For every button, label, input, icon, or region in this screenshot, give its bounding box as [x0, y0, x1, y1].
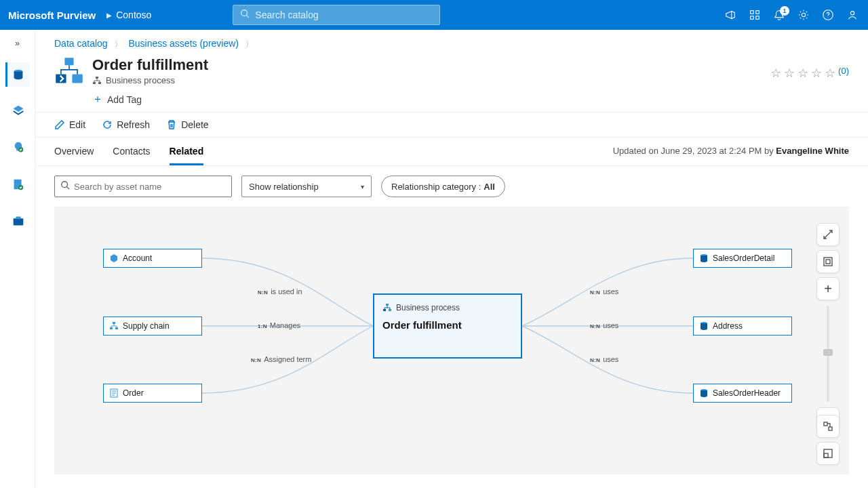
tab-related[interactable]: Related	[170, 146, 204, 165]
svg-rect-1	[751, 11, 754, 14]
notifications-icon[interactable]: 1	[772, 7, 787, 22]
refresh-button[interactable]: Refresh	[102, 119, 150, 130]
zoom-slider[interactable]	[827, 306, 829, 402]
rating-count: (0)	[838, 66, 849, 76]
megaphone-icon[interactable]	[723, 7, 738, 22]
database-icon	[699, 388, 709, 398]
svg-rect-25	[386, 304, 389, 306]
brand-separator-icon: ▶	[106, 12, 112, 19]
apps-icon[interactable]	[747, 7, 762, 22]
process-icon	[382, 303, 392, 312]
edge-label: N:Nuses	[590, 321, 618, 329]
svg-point-5	[802, 13, 805, 16]
tenant-name[interactable]: Contoso	[116, 9, 151, 20]
expand-nav-icon[interactable]: »	[8, 37, 27, 50]
document-icon	[109, 388, 119, 398]
star-icon: ☆	[797, 66, 808, 81]
star-icon: ☆	[784, 66, 795, 81]
svg-rect-34	[829, 427, 832, 430]
entity-center[interactable]: Business process Order fulfillment	[373, 293, 522, 359]
help-icon[interactable]	[821, 7, 835, 22]
edge-label: N:Nis used in	[258, 287, 302, 296]
entity-account[interactable]: Account	[103, 249, 202, 268]
business-process-icon	[54, 56, 84, 86]
svg-point-20	[62, 182, 68, 188]
fullscreen-button[interactable]	[816, 223, 840, 246]
star-icon: ☆	[811, 66, 822, 81]
star-icon: ☆	[825, 66, 835, 81]
chevron-down-icon: ▾	[361, 183, 364, 190]
database-icon	[699, 321, 709, 331]
left-nav: »	[0, 30, 35, 488]
notification-badge: 1	[780, 6, 789, 16]
plus-icon: ＋	[92, 92, 103, 106]
entity-salesorderdetail[interactable]: SalesOrderDetail	[693, 249, 792, 268]
nav-data-map[interactable]	[5, 99, 30, 123]
global-search-input[interactable]	[255, 9, 433, 20]
crumb-catalog[interactable]: Data catalog	[54, 38, 108, 49]
svg-rect-4	[756, 16, 760, 20]
database-icon	[699, 253, 709, 263]
edge-label: N:NAssigned term	[251, 355, 311, 363]
svg-point-7	[850, 12, 854, 15]
relationship-canvas[interactable]: Account Supply chain Order Business proc…	[54, 207, 849, 474]
tab-contacts[interactable]: Contacts	[113, 146, 150, 165]
svg-point-0	[241, 10, 248, 16]
tab-overview[interactable]: Overview	[54, 146, 94, 165]
asset-search[interactable]	[54, 176, 232, 197]
breadcrumb: Data catalog 〉 Business assets (preview)…	[35, 30, 868, 54]
zoom-in-button[interactable]: +	[816, 277, 840, 300]
entity-order[interactable]: Order	[103, 384, 202, 403]
process-icon	[92, 76, 102, 85]
global-search[interactable]	[233, 5, 440, 25]
svg-rect-16	[72, 74, 82, 83]
cube-icon	[109, 253, 119, 263]
svg-rect-2	[756, 11, 760, 14]
svg-rect-32	[826, 260, 830, 264]
crumb-business-assets[interactable]: Business assets (preview)	[128, 38, 239, 49]
entity-supply-chain[interactable]: Supply chain	[103, 317, 202, 336]
rating-stars[interactable]: ☆☆☆☆☆ (0)	[770, 56, 849, 106]
svg-rect-17	[96, 77, 98, 79]
svg-rect-27	[389, 309, 391, 311]
svg-rect-14	[64, 58, 73, 65]
asset-type: Business process	[92, 75, 208, 85]
add-tag-button[interactable]: ＋ Add Tag	[92, 92, 208, 106]
svg-rect-19	[98, 82, 101, 84]
zoom-thumb[interactable]	[823, 349, 833, 356]
hierarchy-icon	[109, 321, 119, 331]
svg-rect-23	[115, 327, 118, 329]
nav-insights[interactable]	[5, 136, 30, 160]
svg-rect-12	[14, 218, 24, 225]
svg-rect-33	[824, 422, 827, 426]
minimap-button[interactable]	[816, 415, 840, 438]
svg-rect-13	[16, 217, 20, 220]
legend-button[interactable]	[816, 442, 840, 465]
nav-policy[interactable]	[5, 172, 30, 197]
edit-button[interactable]: Edit	[54, 119, 85, 130]
entity-address[interactable]: Address	[693, 317, 792, 336]
svg-rect-22	[110, 327, 113, 329]
brand: Microsoft Purview	[8, 9, 96, 21]
last-updated: Updated on June 29, 2023 at 2:24 PM by E…	[613, 146, 849, 165]
nav-management[interactable]	[5, 209, 30, 233]
account-icon[interactable]	[845, 7, 860, 22]
chevron-right-icon: 〉	[115, 40, 122, 48]
category-filter[interactable]: Relationship category : All	[381, 176, 505, 197]
nav-data-catalog[interactable]	[5, 62, 30, 87]
svg-rect-3	[751, 16, 754, 20]
svg-rect-26	[383, 309, 386, 311]
relationship-dropdown[interactable]: Show relationship▾	[241, 176, 372, 197]
edge-label: N:Nuses	[590, 355, 618, 363]
delete-button[interactable]: Delete	[166, 119, 208, 130]
settings-icon[interactable]	[796, 7, 811, 22]
svg-rect-18	[93, 82, 96, 84]
asset-search-input[interactable]	[74, 182, 226, 192]
svg-rect-36	[824, 453, 828, 458]
chevron-right-icon: 〉	[245, 40, 253, 48]
svg-rect-31	[824, 258, 832, 266]
svg-rect-21	[113, 322, 115, 324]
entity-salesorderheader[interactable]: SalesOrderHeader	[693, 384, 792, 403]
edge-label: N:Nuses	[590, 287, 618, 296]
fit-to-screen-button[interactable]	[816, 250, 840, 273]
